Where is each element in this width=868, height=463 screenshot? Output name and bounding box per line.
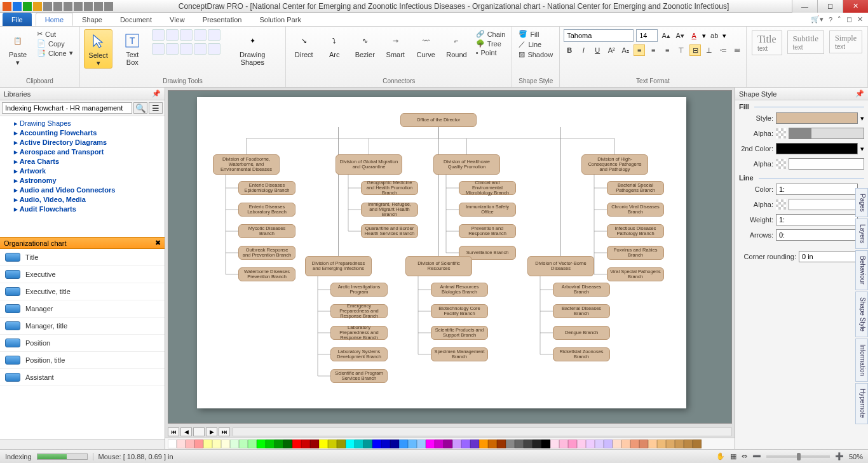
org-box[interactable]: Animal Resources Biologics Branch bbox=[431, 283, 488, 297]
palette-swatch[interactable] bbox=[613, 440, 621, 448]
tab-current[interactable] bbox=[193, 427, 205, 436]
shape-list-item[interactable]: Executive, title bbox=[0, 283, 165, 300]
palette-swatch[interactable] bbox=[630, 440, 639, 448]
org-box[interactable]: Bacterial Special Pathogens Branch bbox=[607, 181, 664, 195]
shape-list-item[interactable]: Executive bbox=[0, 266, 165, 283]
palette-swatch[interactable] bbox=[301, 440, 310, 448]
palette-swatch[interactable] bbox=[550, 440, 559, 448]
tab-document[interactable]: Document bbox=[111, 13, 161, 26]
palette-swatch[interactable] bbox=[444, 440, 452, 448]
org-box[interactable]: Rickettsial Zoonoses Branch bbox=[553, 347, 610, 361]
drawing-tools-top[interactable] bbox=[152, 29, 220, 41]
library-tree-item[interactable]: ▸ Audio and Video Connectors bbox=[4, 185, 161, 195]
arc-connector-button[interactable]: ⤵Arc bbox=[320, 29, 348, 60]
shape-list[interactable]: TitleExecutiveExecutive, titleManagerMan… bbox=[0, 249, 165, 439]
side-tab[interactable]: Information bbox=[855, 339, 868, 382]
palette-swatch[interactable] bbox=[639, 440, 648, 448]
org-box[interactable]: Scientific and Program Services Branch bbox=[330, 369, 388, 383]
close-button[interactable]: ✕ bbox=[843, 0, 868, 13]
library-tree-item[interactable]: ▸ Area Charts bbox=[4, 157, 161, 166]
org-box[interactable]: Prevention and Response Branch bbox=[459, 224, 516, 238]
palette-swatch[interactable] bbox=[684, 440, 693, 448]
round-connector-button[interactable]: ⌐Round bbox=[442, 29, 470, 60]
line-button[interactable]: ／ Line bbox=[516, 39, 555, 50]
page[interactable]: Office of the DirectorDivision of Foodbo… bbox=[197, 97, 686, 408]
palette-swatch[interactable] bbox=[621, 440, 630, 448]
increase-font-button[interactable]: A▴ bbox=[660, 30, 672, 41]
fill-style-dropdown[interactable] bbox=[776, 112, 858, 124]
palette-swatch[interactable] bbox=[515, 440, 524, 448]
org-box[interactable]: Office of the Director bbox=[400, 113, 477, 127]
palette-swatch[interactable] bbox=[461, 440, 470, 448]
palette-swatch[interactable] bbox=[319, 440, 328, 448]
palette-swatch[interactable] bbox=[328, 440, 337, 448]
side-tab[interactable]: Shape Style bbox=[855, 292, 868, 337]
library-tree-item[interactable]: ▸ Drawing Shapes bbox=[4, 119, 161, 128]
library-tree-item[interactable]: ▸ Audio, Video, Media bbox=[4, 195, 161, 205]
org-box[interactable]: Infectious Diseases Pathology Branch bbox=[607, 224, 664, 238]
org-box[interactable]: Division of Foodborne, Waterborne, and E… bbox=[213, 154, 280, 175]
palette-swatch[interactable] bbox=[488, 440, 497, 448]
palette-swatch[interactable] bbox=[532, 440, 541, 448]
palette-swatch[interactable] bbox=[435, 440, 444, 448]
org-box[interactable]: Chronic Viral Diseases Branch bbox=[607, 203, 664, 217]
drawing-shapes-button[interactable]: ✦ Drawing Shapes bbox=[223, 29, 281, 67]
palette-swatch[interactable] bbox=[693, 440, 702, 448]
org-box[interactable]: Division of Global Migration and Quarant… bbox=[336, 154, 402, 175]
clone-button[interactable]: 📑 Clone ▾ bbox=[34, 48, 76, 58]
hand-tool-icon[interactable]: ✋ bbox=[716, 452, 725, 460]
shape-list-item[interactable]: Assistant bbox=[0, 369, 165, 386]
org-box[interactable]: Division of Healthcare Quality Promotion bbox=[433, 154, 500, 175]
org-box[interactable]: Arctic Investigations Program bbox=[330, 283, 388, 297]
org-box[interactable]: Mycotic Diseases Branch bbox=[238, 224, 295, 238]
zoom-slider[interactable] bbox=[766, 455, 830, 458]
align-bottom-button[interactable]: ⊥ bbox=[703, 44, 715, 56]
cart-icon[interactable]: 🛒▾ bbox=[811, 15, 824, 23]
org-box[interactable]: Quarantine and Border Health Services Br… bbox=[361, 224, 418, 238]
org-box[interactable]: Division of Preparedness and Emerging In… bbox=[305, 256, 372, 276]
palette-swatch[interactable] bbox=[355, 440, 363, 448]
underline-button[interactable]: U bbox=[592, 44, 603, 56]
palette-swatch[interactable] bbox=[363, 440, 372, 448]
quick-style-title[interactable]: Titletext bbox=[752, 30, 782, 55]
palette-swatch[interactable] bbox=[239, 440, 248, 448]
font-family-input[interactable] bbox=[564, 29, 634, 42]
align-center-button[interactable]: ≡ bbox=[648, 44, 659, 56]
org-box[interactable]: Waterborne Diseases Prevention Branch bbox=[238, 267, 295, 281]
maximize-button[interactable]: ◻ bbox=[817, 0, 843, 13]
palette-swatch[interactable] bbox=[399, 440, 408, 448]
font-size-input[interactable] bbox=[636, 29, 658, 42]
palette-swatch[interactable] bbox=[186, 440, 194, 448]
palette-swatch[interactable] bbox=[666, 440, 675, 448]
pin-icon[interactable]: 📌 bbox=[855, 90, 864, 98]
palette-swatch[interactable] bbox=[675, 440, 684, 448]
org-box[interactable]: Clinical and Environmental Microbiology … bbox=[459, 181, 516, 195]
arrows-dropdown[interactable]: 0: bbox=[776, 229, 858, 241]
palette-swatch[interactable] bbox=[479, 440, 488, 448]
highlight-button[interactable]: ab bbox=[709, 30, 720, 41]
canvas[interactable]: Office of the DirectorDivision of Foodbo… bbox=[168, 90, 732, 424]
line-weight-dropdown[interactable]: 1: bbox=[776, 214, 858, 225]
italic-button[interactable]: I bbox=[578, 44, 589, 56]
palette-swatch[interactable] bbox=[417, 440, 426, 448]
side-tab[interactable]: Pages bbox=[855, 188, 868, 217]
second-alpha-slider[interactable] bbox=[789, 158, 864, 170]
org-box[interactable]: Division of Scientific Resources bbox=[405, 256, 472, 276]
fill-button[interactable]: 🪣 Fill bbox=[516, 29, 555, 39]
quick-style-simple[interactable]: Simpletext bbox=[829, 30, 862, 53]
point-button[interactable]: • Point bbox=[473, 48, 508, 57]
org-box[interactable]: Bacterial Diseases Branch bbox=[553, 304, 610, 318]
window-restore-icon[interactable]: ◻ bbox=[846, 15, 852, 23]
palette-swatch[interactable] bbox=[541, 440, 550, 448]
copy-button[interactable]: 📄 Copy bbox=[34, 39, 76, 48]
library-view-toggle[interactable]: ☰ bbox=[149, 102, 163, 114]
align-middle-button[interactable]: ⊟ bbox=[689, 44, 701, 56]
org-box[interactable]: Emergency Preparedness and Response Bran… bbox=[330, 304, 388, 318]
library-tree-item[interactable]: ▸ Artwork bbox=[4, 166, 161, 176]
palette-swatch[interactable] bbox=[559, 440, 568, 448]
color-palette[interactable] bbox=[165, 438, 735, 449]
tab-first[interactable]: ⏮ bbox=[168, 427, 179, 436]
org-chart-section-header[interactable]: Organizational chart✖ bbox=[0, 237, 165, 249]
palette-swatch[interactable] bbox=[426, 440, 435, 448]
tab-solution-park[interactable]: Solution Park bbox=[250, 13, 309, 26]
